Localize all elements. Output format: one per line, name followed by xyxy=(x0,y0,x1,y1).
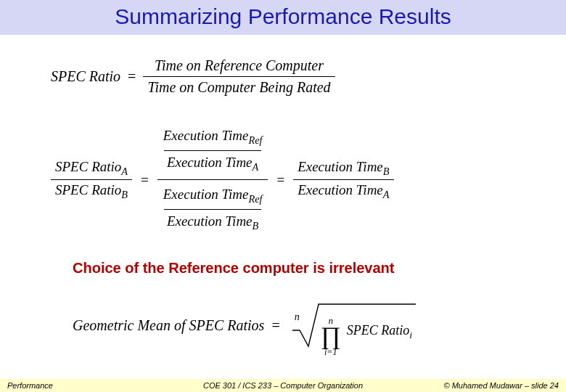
nth-root: n n ∏ i=1 SPEC Ratioi xyxy=(287,301,416,349)
eq2-equals-1: = xyxy=(141,172,149,188)
product-symbol: n ∏ i=1 xyxy=(321,316,341,356)
equation-spec-ratio-ratio: SPEC RatioA SPEC RatioB = Execution Time… xyxy=(51,121,537,238)
footer-left: Performance xyxy=(7,381,53,390)
pi-product-icon: ∏ xyxy=(321,326,341,346)
eq1-numerator: Time on Reference Computer xyxy=(150,57,328,76)
eq3-equals: = xyxy=(271,317,279,334)
eq2-mid-fraction: Execution TimeRef Execution TimeA Execut… xyxy=(157,121,268,238)
eq2-rhs-den: Execution TimeA xyxy=(293,179,393,202)
slide-title: Summarizing Performance Results xyxy=(0,4,566,29)
eq3-lhs: Geometric Mean of SPEC Ratios xyxy=(73,317,264,334)
eq1-equals: = xyxy=(128,68,136,85)
eq2-lhs-fraction: SPEC RatioA SPEC RatioB xyxy=(51,158,132,202)
slide-footer: Performance COE 301 / ICS 233 – Computer… xyxy=(0,379,566,392)
eq2-equals-2: = xyxy=(276,172,284,188)
eq1-lhs: SPEC Ratio xyxy=(51,68,120,85)
footer-center: COE 301 / ICS 233 – Computer Organizatio… xyxy=(203,381,363,390)
title-bar: Summarizing Performance Results xyxy=(0,0,566,35)
radicand: n ∏ i=1 SPEC Ratioi xyxy=(316,309,414,351)
eq2-mid-den: Execution TimeRef Execution TimeB xyxy=(157,179,268,238)
root-index: n xyxy=(295,311,300,323)
slide-content: SPEC Ratio = Time on Reference Computer … xyxy=(0,35,566,349)
footer-right: © Muhamed Mudawar – slide 24 xyxy=(443,381,559,390)
eq1-fraction: Time on Reference Computer Time on Compu… xyxy=(143,57,335,97)
eq2-rhs-fraction: Execution TimeB Execution TimeA xyxy=(293,158,393,202)
eq2-lhs-den: SPEC RatioB xyxy=(51,179,132,202)
eq2-rhs-num: Execution TimeB xyxy=(293,158,393,180)
equation-geometric-mean: Geometric Mean of SPEC Ratios = n n ∏ i=… xyxy=(73,301,537,349)
eq1-denominator: Time on Computer Being Rated xyxy=(143,76,335,97)
choice-statement: Choice of the Reference computer is irre… xyxy=(73,260,537,277)
eq2-lhs-num: SPEC RatioA xyxy=(51,158,132,180)
equation-spec-ratio: SPEC Ratio = Time on Reference Computer … xyxy=(51,57,537,97)
eq3-term: SPEC Ratioi xyxy=(347,323,412,341)
eq2-mid-num: Execution TimeRef Execution TimeA xyxy=(157,121,268,179)
